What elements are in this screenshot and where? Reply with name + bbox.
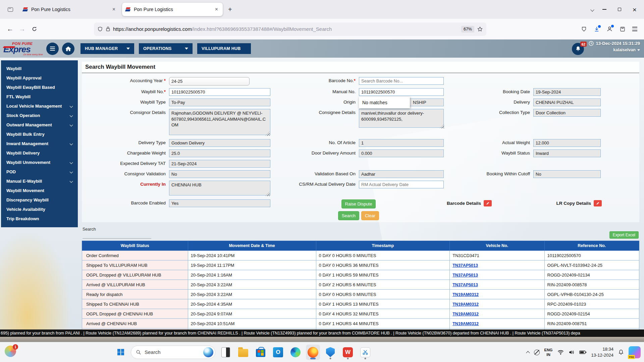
vehicle-link[interactable]: TN19AM0312: [452, 312, 479, 316]
export-excel-button[interactable]: Export Excel: [609, 231, 639, 239]
sidebar-item-waybill-bulk-entry[interactable]: Waybill Bulk Entry: [1, 129, 78, 139]
bookmark-star-icon[interactable]: [477, 26, 483, 32]
sidebar-item-outward-management[interactable]: Outward Management: [1, 120, 78, 129]
start-button[interactable]: [114, 345, 127, 360]
taskbar-search[interactable]: Search: [131, 346, 215, 359]
vehicle-link[interactable]: TN37AP5013: [452, 263, 478, 268]
booking-date-input[interactable]: [533, 88, 601, 96]
delivery-input[interactable]: [533, 99, 601, 106]
lock-icon[interactable]: [106, 26, 110, 32]
table-filter-input[interactable]: [83, 233, 151, 239]
menu-hamburger-icon[interactable]: [632, 27, 637, 31]
sidebar-item-vehicle-availability[interactable]: Vehicle Availability: [1, 204, 78, 214]
taskbar-app-edge[interactable]: [288, 345, 303, 360]
taskbar-app-shield[interactable]: [323, 345, 337, 360]
tray-pre-app-icon[interactable]: PRE: [629, 346, 641, 358]
header-menu-hub-manager[interactable]: HUB MANAGER: [80, 43, 134, 54]
home-button[interactable]: [62, 43, 74, 55]
zoom-level-chip[interactable]: 67%: [461, 26, 474, 33]
browser-tab-1[interactable]: Pon Pure Logistics ×: [19, 3, 120, 16]
notifications-button[interactable]: 62: [572, 43, 584, 55]
tab-close-icon[interactable]: ×: [214, 6, 219, 12]
downloads-icon[interactable]: [594, 26, 600, 32]
sidebar-item-local-vehicle-management[interactable]: Local Vehicle Management: [1, 101, 78, 111]
new-tab-button[interactable]: +: [228, 6, 232, 13]
wifi-icon[interactable]: [557, 350, 564, 355]
raise-dispute-button[interactable]: Raise Dispute: [341, 199, 376, 208]
collection-type-input[interactable]: [533, 109, 601, 117]
volume-icon[interactable]: [569, 350, 575, 355]
tray-clock[interactable]: 18:3413-12-2024: [591, 346, 614, 358]
user-menu[interactable]: kalaiselvan: [613, 48, 640, 52]
taskbar-app-outlook[interactable]: O: [271, 345, 285, 360]
barcode-no-input[interactable]: [359, 77, 444, 85]
firefox-view-icon[interactable]: [5, 4, 16, 15]
waybill-status-input[interactable]: [533, 149, 601, 157]
taskbar-corner-app[interactable]: 1: [5, 346, 17, 358]
sidebar-item-waybill-approval[interactable]: Waybill Approval: [1, 73, 78, 82]
reload-button[interactable]: [28, 23, 40, 35]
header-menu-operations[interactable]: OPERATIONS: [139, 43, 193, 54]
account-icon[interactable]: [606, 26, 613, 32]
tab-close-icon[interactable]: ×: [111, 6, 117, 12]
waybill-type-input[interactable]: [169, 99, 270, 106]
sidebar-item-ftl-waybill[interactable]: FTL Waybill: [1, 92, 78, 101]
search-button[interactable]: Search: [338, 211, 359, 220]
consignor-validation-input[interactable]: [169, 170, 270, 178]
clear-button[interactable]: Clear: [361, 211, 379, 220]
booking-within-cutoff-input[interactable]: [533, 170, 601, 178]
pocket-save-icon[interactable]: [581, 26, 587, 32]
forward-button[interactable]: →: [16, 23, 28, 35]
taskbar-app-store[interactable]: [254, 345, 268, 360]
taskbar-app-reader[interactable]: [219, 345, 233, 360]
chargeable-weight-input[interactable]: [169, 149, 270, 157]
tray-notifications-bell[interactable]: [618, 349, 624, 355]
vehicle-link[interactable]: TN37AP5013: [452, 273, 478, 278]
consignor-details-textarea[interactable]: Rajmohan,GODOWN DELIVERY @ NEYVELI-60780…: [169, 109, 270, 135]
sidebar-item-pod[interactable]: POD: [1, 167, 78, 176]
browser-tab-2-active[interactable]: Pon Pure Logistics ×: [122, 3, 223, 16]
sidebar-item-stock-operation[interactable]: Stock Operation: [1, 111, 78, 120]
extensions-icon[interactable]: [620, 26, 626, 32]
delivery-type-input[interactable]: [169, 139, 270, 147]
consignee-details-textarea[interactable]: manivel,thiruvallur door delivery-600099…: [359, 109, 444, 128]
actual-weight-input[interactable]: [533, 139, 601, 147]
barcode-details-edit-button[interactable]: [484, 200, 492, 206]
sidebar-item-inward-management[interactable]: Inward Management: [1, 139, 78, 148]
waybill-no-input[interactable]: [169, 88, 270, 96]
taskbar-app-firefox-active[interactable]: [306, 345, 320, 360]
window-close-button[interactable]: ×: [633, 6, 637, 13]
battery-icon[interactable]: [579, 350, 587, 355]
list-all-tabs-icon[interactable]: [591, 6, 594, 12]
sidebar-item-discrepancy-waybill[interactable]: Discrepancy Waybill: [1, 195, 78, 204]
sidebar-item-trip-breakdown[interactable]: Trip Breakdown: [1, 214, 78, 223]
back-button[interactable]: ←: [4, 23, 16, 35]
sidebar-toggle-button[interactable]: [46, 43, 59, 55]
currently-in-textarea[interactable]: CHENNAI HUB: [169, 181, 270, 195]
sidebar-item-waybill-unmovement[interactable]: Waybill Unmovement: [1, 158, 78, 167]
vehicle-link[interactable]: TN19AM0312: [452, 302, 479, 307]
window-restore-button[interactable]: [618, 8, 621, 11]
door-delivery-amount-input[interactable]: [359, 149, 444, 157]
taskbar-app-snip[interactable]: [358, 345, 372, 360]
taskbar-app-wps[interactable]: W: [341, 345, 355, 360]
manual-no-input[interactable]: [359, 88, 444, 96]
url-bar[interactable]: https://anchor.ponpurelogistics.com/inde…: [94, 22, 486, 36]
validation-based-on-input[interactable]: [359, 170, 444, 178]
vehicle-link[interactable]: TN19AM0312: [452, 292, 479, 297]
header-menu-villupuram-hub[interactable]: VILLUPURAM HUB: [197, 43, 251, 54]
vehicle-link[interactable]: TN19AM0312: [452, 321, 479, 326]
sidebar-item-manual-e-waybill[interactable]: Manual E-Waybill: [1, 176, 78, 186]
vehicle-link[interactable]: TN37AP5013: [452, 283, 478, 287]
tray-language-indicator[interactable]: ENGIN: [544, 348, 553, 357]
sidebar-item-waybill-ewaybill-based[interactable]: Waybill EwayBill Based: [1, 82, 78, 92]
taskbar-app-file-explorer[interactable]: [236, 345, 250, 360]
barcode-enabled-input[interactable]: [169, 199, 270, 207]
accounting-year-input[interactable]: [169, 77, 250, 85]
expected-delivery-tat-input[interactable]: [169, 160, 270, 168]
csrm-actual-delivery-date-input[interactable]: [359, 181, 444, 188]
sidebar-item-waybill-movement[interactable]: Waybill Movement: [1, 186, 78, 195]
lr-copy-details-edit-button[interactable]: [594, 200, 602, 206]
sidebar-item-waybill-delivery[interactable]: Waybill Delivery: [1, 148, 78, 158]
tray-hidden-icons-chevron[interactable]: [527, 350, 529, 354]
